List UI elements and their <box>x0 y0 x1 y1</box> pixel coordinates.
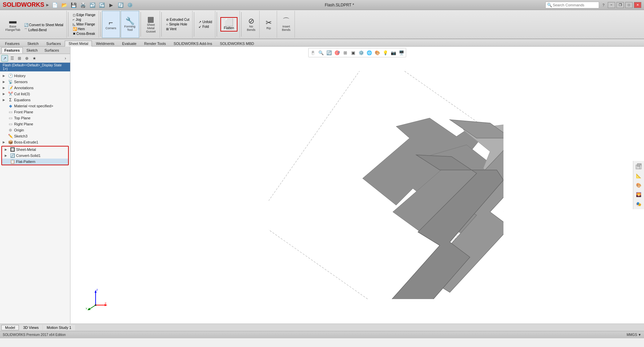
vp-section-btn[interactable]: ⊞ <box>341 49 349 56</box>
ribbon-unfold-vert: ↗ Unfold ↙ Fold <box>198 20 213 29</box>
print-btn[interactable]: 🖨️ <box>79 1 87 9</box>
panel-target-btn[interactable]: ⊕ <box>23 55 30 62</box>
tree-item-flat-pattern[interactable]: 📋 Flat-Pattern <box>2 159 68 165</box>
vent-btn[interactable]: ⊞ Vent <box>165 27 190 31</box>
tab-model[interactable]: Model <box>1 325 19 330</box>
panel-chevron-btn[interactable]: › <box>62 55 69 62</box>
menu-tab-evaluate[interactable]: Evaluate <box>118 41 140 46</box>
tree-item-boss-extrude1[interactable]: ▶ 📦 Boss-Extrude1 <box>0 139 70 145</box>
help-btn[interactable]: ? <box>602 3 604 7</box>
restore-btn[interactable]: ❐ <box>616 2 624 8</box>
ribbon-group-forming-tool: 🔧 FormingTool <box>121 11 139 38</box>
tree-item-sketch3[interactable]: ✏️ Sketch3 <box>0 133 70 139</box>
minimize-btn[interactable]: − <box>608 2 615 8</box>
menu-tab-sketch[interactable]: Sketch <box>23 41 42 46</box>
extruded-cut-btn[interactable]: ⊘ Extruded Cut <box>165 17 190 22</box>
select-btn[interactable]: ▶ <box>107 1 115 9</box>
tree-item-material[interactable]: ◆ Material <not specified> <box>0 103 70 109</box>
cross-break-btn[interactable]: ✖ Cross-Break <box>72 32 97 36</box>
vp-light-btn[interactable]: 💡 <box>382 49 389 56</box>
tree-item-right-plane[interactable]: ▭ Right Plane <box>0 121 70 127</box>
tree-item-cutlist[interactable]: ▶ ✂️ Cut list(3) <box>0 91 70 97</box>
tree-item-sensors[interactable]: ▶ 📡 Sensors <box>0 79 70 85</box>
tree-item-top-plane[interactable]: ▭ Top Plane <box>0 115 70 121</box>
tree-label-sketch3: Sketch3 <box>14 134 28 138</box>
menu-tab-sheetmetal[interactable]: Sheet Metal <box>65 41 92 47</box>
jog-btn[interactable]: ⌐ Jog <box>72 17 97 22</box>
close-btn[interactable]: ✕ <box>634 2 641 8</box>
open-btn[interactable]: 📂 <box>60 1 68 9</box>
menu-tab-addins[interactable]: SOLIDWORKS Add-Ins <box>170 41 216 46</box>
vp-display-btn[interactable]: 🖥️ <box>398 49 405 56</box>
convert-to-sheet-btn[interactable]: 🔄 Convert to Sheet Metal <box>23 23 64 27</box>
menu-tab-surfaces[interactable]: Surfaces <box>43 41 64 46</box>
corners-btn[interactable]: ⌐ Corners <box>104 18 118 31</box>
hem-btn[interactable]: 🔁 Hem <box>72 27 97 31</box>
new-btn[interactable]: 📄 <box>51 1 58 9</box>
tree-item-equations[interactable]: ▶ Σ Equations <box>0 97 70 103</box>
vp-settings-btn[interactable]: ⚙️ <box>358 49 365 56</box>
redo-btn[interactable]: ↪️ <box>98 1 105 9</box>
vp-camera-btn[interactable]: 📷 <box>390 49 397 56</box>
vp-view-btn[interactable]: ▣ <box>350 49 357 56</box>
vp-globe-btn[interactable]: 🌐 <box>366 49 373 56</box>
tree-expand-equations: ▶ <box>3 98 7 102</box>
menu-tab-weldments[interactable]: Weldments <box>92 41 118 46</box>
simple-hole-btn[interactable]: ○ Simple Hole <box>165 22 190 26</box>
maximize-btn[interactable]: □ <box>625 2 633 8</box>
appearance-btn[interactable]: 🎨 <box>635 181 643 189</box>
vp-cursor-btn[interactable]: 🖱️ <box>309 49 317 56</box>
axes-indicator: Z X Y <box>84 287 107 310</box>
tree-icon-sheet-metal: 🔲 <box>10 147 15 152</box>
edge-flange-btn[interactable]: ◻ Edge Flange <box>72 13 97 17</box>
menu-tab-mbd[interactable]: SOLIDWORKS MBD <box>216 41 258 46</box>
insert-bends-btn[interactable]: ⌒ InsertBends <box>280 16 292 33</box>
panel-star-btn[interactable]: ★ <box>31 55 38 62</box>
miter-flange-btn[interactable]: ◺ Miter Flange <box>72 22 97 26</box>
scene-btn[interactable]: 🌄 <box>635 190 643 198</box>
menu-tabs: Features Sketch Surfaces Sheet Metal Wel… <box>0 39 644 47</box>
options-btn[interactable]: ⚙️ <box>126 1 133 9</box>
unfold-btn[interactable]: ↗ Unfold <box>198 20 213 24</box>
menu-tab-render[interactable]: Render Tools <box>141 41 170 46</box>
tree-item-annotations[interactable]: ▶ 📝 Annotations <box>0 85 70 91</box>
panel-grid-btn[interactable]: ⊞ <box>16 55 23 62</box>
panel-list-btn[interactable]: ☰ <box>9 55 15 62</box>
flatten-btn[interactable]: ⬜ Flatten <box>220 17 237 32</box>
tab-sketch[interactable]: Sketch <box>23 47 41 53</box>
tree-item-sheet-metal[interactable]: ▶ 🔲 Sheet-Metal <box>2 147 68 153</box>
tree-item-origin[interactable]: ⊕ Origin <box>0 127 70 133</box>
vp-color-btn[interactable]: 🎨 <box>374 49 381 56</box>
tree-item-front-plane[interactable]: ▭ Front Plane <box>0 109 70 115</box>
gusset-icon: ▦ <box>147 16 154 23</box>
panel-select-btn[interactable]: ↗ <box>1 55 8 62</box>
rebuild-btn[interactable]: 🔄 <box>117 1 124 9</box>
lofted-bend-btn[interactable]: ⌒ Lofted-Bend <box>23 27 64 33</box>
vp-target-btn[interactable]: 🎯 <box>333 49 341 56</box>
save-btn[interactable]: 💾 <box>70 1 77 9</box>
vp-rotate-btn[interactable]: 🔄 <box>325 49 333 56</box>
forming-tool-btn[interactable]: 🔧 FormingTool <box>122 16 138 33</box>
tree-expand-sheet-metal: ▶ <box>5 148 9 151</box>
view-orientation-btn[interactable] <box>635 162 643 170</box>
decals-btn[interactable]: 🎭 <box>635 200 643 208</box>
tab-features[interactable]: Features <box>1 47 23 53</box>
triad-btn[interactable]: 📐 <box>635 172 643 180</box>
statusbar-right[interactable]: MMGS ▼ <box>627 333 641 337</box>
tree-item-history[interactable]: ▶ 🕐 History <box>0 73 70 79</box>
ribbon-group-vert-1: 🔄 Convert to Sheet Metal ⌒ Lofted-Bend <box>23 23 64 33</box>
viewport[interactable]: 🖱️ 🔍 🔄 🎯 ⊞ ▣ ⚙️ 🌐 🎨 💡 📷 🖥️ <box>70 47 644 324</box>
rip-btn[interactable]: ✂ Rip <box>264 18 274 31</box>
tree-item-convert-solid1[interactable]: ▶ 🔄 Convert-Solid1 <box>2 153 68 159</box>
fold-btn[interactable]: ↙ Fold <box>198 24 213 29</box>
tab-surfaces[interactable]: Surfaces <box>42 47 62 53</box>
tab-motion-study[interactable]: Motion Study 1 <box>43 325 75 330</box>
vp-zoom-btn[interactable]: 🔍 <box>317 49 325 56</box>
base-flange-btn[interactable]: ▬ BaseFlange/Tab <box>3 16 22 33</box>
no-bends-btn[interactable]: ⊘ NoBends <box>245 16 258 33</box>
undo-btn[interactable]: ↩️ <box>89 1 96 9</box>
search-input[interactable] <box>553 3 596 7</box>
menu-tab-features[interactable]: Features <box>1 41 23 46</box>
sheet-metal-gusset-btn[interactable]: ▦ SheetMetalGusset <box>144 14 158 35</box>
tab-3d-views[interactable]: 3D Views <box>19 325 42 330</box>
